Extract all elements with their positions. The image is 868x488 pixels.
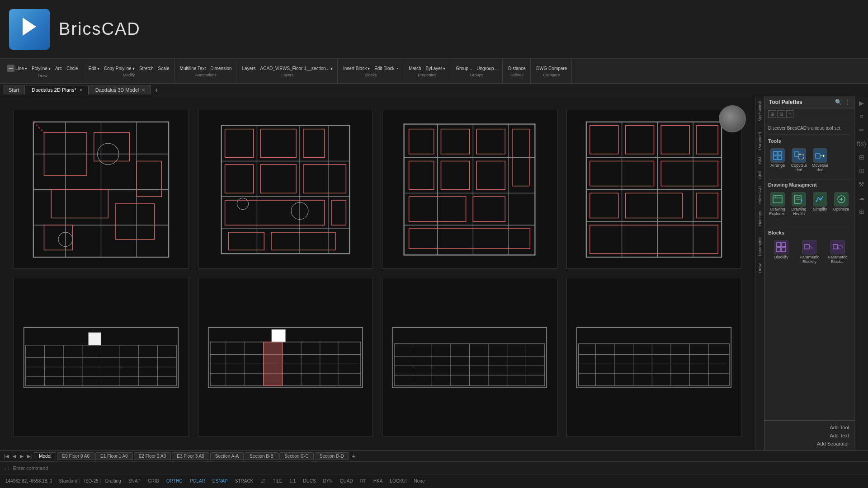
tool-param-block[interactable]: Parametric Block... [825,238,851,266]
tab-close-3dmodel[interactable]: ✕ [142,88,145,93]
drawing-cell-8[interactable] [566,278,742,437]
sheet-tab-section-cc[interactable]: Section C-C [279,452,314,460]
sheet-tab-model[interactable]: Model [34,452,56,460]
status-ortho-btn[interactable]: ORTHO [164,478,185,484]
side-tab-parametric[interactable]: Parametri... [757,126,763,153]
side-tab-parametric2[interactable]: Parametric... [757,230,763,259]
cloud-icon[interactable]: ☁ [857,193,866,203]
ribbon-btn-copy-poly[interactable]: Copy Polyline▾ [102,65,137,72]
viewport-navigator[interactable] [719,105,746,132]
status-tile-btn[interactable]: TILE [270,478,284,484]
sheet-nav-prev[interactable]: ◀ [11,453,18,460]
drawing-cell-5[interactable] [14,278,189,437]
drawing-cell-4[interactable] [566,110,742,269]
command-input[interactable] [13,465,864,471]
ribbon-btn-match[interactable]: Match [407,65,423,72]
sheet-nav-next-next[interactable]: ▶| [26,453,33,460]
side-tab-bim[interactable]: BIM [757,154,763,167]
sheet-tab-section-aa[interactable]: Section A-A [210,452,244,460]
drawing-cell-2[interactable] [198,110,373,269]
ribbon-btn-compare[interactable]: DWG Compare [534,65,569,72]
canvas-area[interactable] [0,96,755,450]
tools-icon[interactable]: ⚒ [857,179,866,189]
tool-optimize[interactable]: Optimize [831,190,851,223]
tool-drawing-health[interactable]: Drawing Health [789,190,809,223]
tab-add-button[interactable]: + [152,85,161,94]
sheet-tab-e1[interactable]: E1 Floor 1 A0 [95,452,133,460]
doc-tab-2dplans[interactable]: Daedalus 2D Plans* ✕ [26,85,88,94]
ribbon-btn-scale[interactable]: Scale [156,65,171,72]
status-strack-btn[interactable]: STRACK [233,478,256,484]
ribbon-btn-ungroup[interactable]: Ungroup... [475,65,500,72]
ribbon-btn-stretch[interactable]: Stretch [137,65,156,72]
sheet-tab-e2[interactable]: E2 Floor 2 A0 [134,452,171,460]
tool-param-blockify[interactable]: x Parametric Blockify [796,238,822,266]
tool-drawing-explorer[interactable]: Drawing Explorer... [768,190,788,223]
ribbon-btn-dimension[interactable]: Dimension [208,65,233,72]
grid-icon[interactable]: ⊞ [858,206,866,216]
sheet-tab-add[interactable]: + [350,453,357,460]
side-tab-hatches[interactable]: Hatches [757,208,763,229]
ribbon-btn-distance[interactable]: Distance [506,65,528,72]
drawing-cell-7[interactable] [382,278,557,437]
ribbon-btn-multiline[interactable]: Multiline Text [178,65,208,72]
status-none-btn[interactable]: None [412,478,427,484]
tool-copyguid[interactable]: CopyGuided [789,146,809,174]
panel-view-medium-icon[interactable]: ⊟ [777,110,785,118]
ribbon-btn-circle[interactable]: Circle [65,65,80,72]
panel-search-icon[interactable]: 🔍 [835,99,842,105]
ribbon-btn-edit-block[interactable]: Edit Block ~ [373,65,400,72]
status-quad-btn[interactable]: QUAD [338,478,355,484]
ribbon-btn-arc[interactable]: Arc [53,65,64,72]
drawing-cell-1[interactable] [14,110,189,269]
layers-icon[interactable]: ⊟ [858,152,866,162]
side-tab-civil[interactable]: Civil [757,169,763,182]
status-polar-btn[interactable]: POLAR [188,478,208,484]
ribbon-btn-group[interactable]: Group... [454,65,474,72]
tool-moveguid[interactable]: MoveGuided [811,146,830,174]
side-tab-draw[interactable]: Draw [757,261,763,276]
doc-tab-3dmodel[interactable]: Daedalus 3D Model ✕ [90,85,151,94]
add-tool-button[interactable]: Add Tool [768,423,851,432]
status-dyn-btn[interactable]: DYN [321,478,335,484]
tool-simplify[interactable]: Simplify [811,190,830,223]
panel-view-large-icon[interactable]: ⊞ [768,110,776,118]
ribbon-btn-line[interactable]: — Line▾ [5,64,29,73]
sheet-tab-section-bb[interactable]: Section B-B [245,452,278,460]
status-rt-btn[interactable]: RT [358,478,368,484]
panel-menu-icon[interactable]: ⋮ [844,99,850,105]
sheet-tab-section-dd[interactable]: Section D-D [315,452,349,460]
side-tab-bricscad[interactable]: BricsCAD [757,183,763,206]
doc-tab-start[interactable]: Start [3,85,25,94]
ribbon-btn-layer-select[interactable]: ACAD_VIEWS_Floor 1__section...▾ [258,65,334,72]
properties-icon[interactable]: ▶ [858,98,865,108]
ribbon-btn-insert-block[interactable]: Insert Block▾ [341,65,372,72]
status-ratio-btn[interactable]: 1:1 [287,478,298,484]
ribbon-btn-layers[interactable]: Layers [240,65,257,72]
status-hka-btn[interactable]: HKA [371,478,385,484]
edit-icon[interactable]: ✏ [858,125,866,135]
settings-icon[interactable]: ≡ [858,112,864,122]
ribbon-btn-polyline[interactable]: Polyline▾ [30,65,52,72]
tool-arrange[interactable]: Arrange [768,146,788,174]
tab-close-2dplans[interactable]: ✕ [79,88,83,93]
sheet-nav-prev-prev[interactable]: |◀ [3,453,10,460]
fx-icon[interactable]: f(x) [855,139,867,149]
status-esnap-btn[interactable]: ESNAP [210,478,230,484]
drawing-cell-3[interactable] [382,110,557,269]
tool-blockify[interactable]: Blockify [768,238,794,266]
sheet-tab-e0[interactable]: E0 Floor 0 A0 [57,452,94,460]
ribbon-btn-bylayer[interactable]: ByLayer▾ [424,65,447,72]
panel-view-small-icon[interactable]: ≡ [786,110,793,118]
drawing-cell-6[interactable] [198,278,373,437]
status-ducs-btn[interactable]: DUCS [301,478,318,484]
sheet-nav-next[interactable]: ▶ [19,453,25,460]
side-tab-mechanical[interactable]: Mechanical [757,98,763,124]
sheet-tab-e3[interactable]: E3 Floor 3 A0 [172,452,209,460]
blocks-icon[interactable]: ⊞ [858,166,866,176]
add-text-button[interactable]: Add Text [768,432,851,440]
ribbon-btn-edit[interactable]: Edit▾ [87,65,101,72]
status-snap-btn[interactable]: SNAP [126,478,143,484]
status-lockui-btn[interactable]: LOCKUI [387,478,409,484]
status-grid-btn[interactable]: GRID [146,478,161,484]
